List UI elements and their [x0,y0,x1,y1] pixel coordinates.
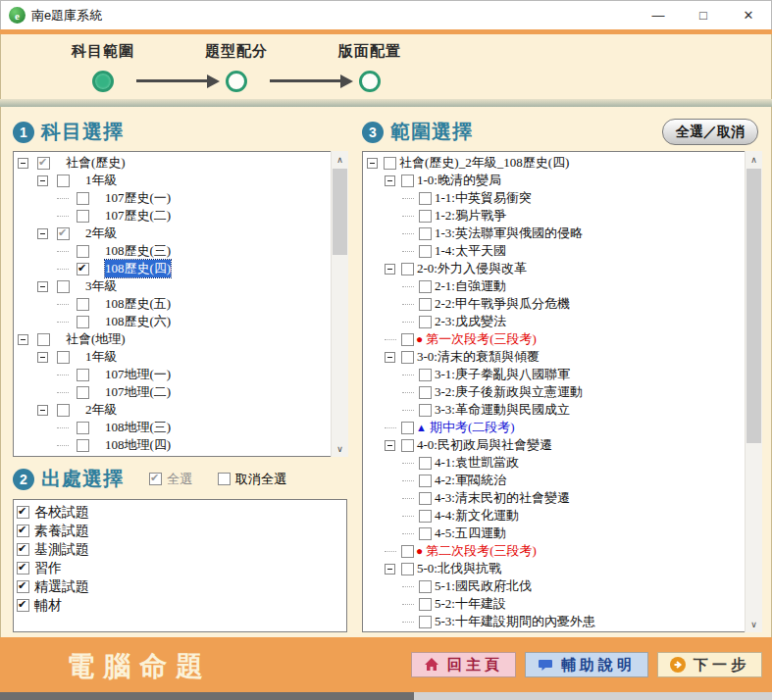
tree-checkbox[interactable] [419,369,432,381]
tree-row[interactable]: 4-3:清末民初的社會變遷 [363,489,744,507]
close-button[interactable]: ✕ [726,1,771,29]
tree-row[interactable]: 1-0:晚清的變局 [363,172,744,189]
tree-label[interactable]: 3-1:庚子拳亂與八國聯軍 [435,366,570,383]
subject-tree-scrollbar[interactable]: ∧ ∨ [331,151,348,457]
expander-minus-icon[interactable] [18,158,28,169]
tree-label[interactable]: 4-5:五四運動 [435,525,506,542]
tree-label[interactable]: 1-2:鴉片戰爭 [435,207,506,225]
scroll-up-icon[interactable]: ∧ [332,151,348,168]
tree-row[interactable]: 2年級 [14,401,330,419]
range-tree-scrollbar[interactable]: ∧ ∨ [745,151,762,632]
expander-minus-icon[interactable] [385,352,395,363]
tree-row[interactable]: 2-2:甲午戰爭與瓜分危機 [363,295,744,313]
tree-label[interactable]: 5-3:十年建設期間的內憂外患 [435,613,595,630]
source-checkbox[interactable] [17,525,29,537]
tree-label[interactable]: 4-3:清末民初的社會變遷 [435,489,570,507]
tree-checkbox[interactable] [419,598,432,611]
tree-row[interactable]: 2-3:戊戌變法 [363,313,744,330]
subject-tree[interactable]: 社會(歷史)1年級107歷史(一)107歷史(二)2年級108歷史(三)108歷… [13,151,347,457]
tree-row[interactable]: 107歷史(一) [14,189,330,207]
tree-row[interactable]: 5-2:十年建設 [363,595,744,613]
tree-label[interactable]: 3年級 [85,454,118,457]
tree-checkbox[interactable] [419,492,432,505]
tree-row[interactable]: 107地理(一) [14,366,330,383]
tree-label[interactable]: 2-2:甲午戰爭與瓜分危機 [435,295,570,313]
scroll-down-icon[interactable]: ∨ [332,440,348,457]
expander-minus-icon[interactable] [37,228,48,239]
tree-checkbox[interactable] [419,616,432,628]
tree-checkbox[interactable] [37,157,50,170]
tree-checkbox[interactable] [77,298,89,311]
select-all-toggle-button[interactable]: 全選／取消 [662,119,758,145]
expander-minus-icon[interactable] [37,281,48,292]
tree-checkbox[interactable] [401,263,414,275]
tree-label[interactable]: 社會(歷史)_2年級_108歷史(四) [399,154,569,172]
tree-label[interactable]: 5-1:國民政府北伐 [435,577,532,595]
deselect-all-box-icon[interactable] [218,473,231,485]
tree-row[interactable]: 108地理(三) [14,419,330,436]
select-all-box-icon[interactable] [149,473,162,485]
tree-checkbox[interactable] [419,510,432,523]
tree-label[interactable]: 107歷史(二) [105,207,171,225]
tree-checkbox[interactable] [419,457,432,470]
tree-row[interactable]: 5-0:北伐與抗戰 [363,560,744,577]
tree-label[interactable]: 3-2:庚子後新政與立憲運動 [435,383,583,401]
tree-row[interactable]: 3-3:革命運動與民國成立 [363,401,744,419]
expander-minus-icon[interactable] [37,175,48,186]
source-checkbox[interactable] [17,580,29,593]
next-button[interactable]: 下一步 [657,652,762,677]
tree-row[interactable]: 108歷史(四) [14,260,330,277]
tree-checkbox[interactable] [401,333,414,346]
tree-checkbox[interactable] [77,422,89,434]
tree-row[interactable]: 107歷史(二) [14,207,330,225]
scroll-down-icon[interactable]: ∨ [746,616,762,632]
tree-label[interactable]: 108地理(四) [105,436,171,454]
tree-row[interactable]: 4-0:民初政局與社會變遷 [363,436,744,454]
tree-label[interactable]: 2-1:自強運動 [435,277,506,295]
tree-checkbox[interactable] [401,545,414,558]
tree-label[interactable]: 2年級 [85,225,118,242]
help-button[interactable]: 輔助說明 [525,652,648,677]
tree-row[interactable]: 4-2:軍閥統治 [363,472,744,489]
tree-row[interactable]: 5-1:國民政府北伐 [363,577,744,595]
tree-label[interactable]: 2年級 [85,401,118,419]
source-item[interactable]: 素養試題 [14,522,346,540]
tree-checkbox[interactable] [401,563,414,575]
tree-checkbox[interactable] [419,316,432,328]
step-2[interactable]: 題型配分 [197,34,276,99]
tree-checkbox[interactable] [77,263,89,275]
tree-label[interactable]: 1年級 [85,348,118,366]
maximize-button[interactable]: □ [681,1,726,29]
tree-checkbox[interactable] [57,280,70,293]
tree-label[interactable]: 5-0:北伐與抗戰 [417,560,501,577]
tree-row[interactable]: 社會(地理) [14,330,330,348]
tree-row[interactable]: 4-5:五四運動 [363,525,744,542]
source-checkbox[interactable] [17,562,29,575]
source-checkbox[interactable] [17,543,29,556]
tree-label[interactable]: 3-3:革命運動與民國成立 [435,401,570,419]
tree-checkbox[interactable] [77,192,89,205]
source-item[interactable]: 基測試題 [14,540,346,559]
tree-checkbox[interactable] [77,386,89,399]
source-checkbox[interactable] [17,599,29,612]
tree-checkbox[interactable] [401,175,414,187]
deselect-all-checkbox[interactable]: 取消全選 [218,471,286,488]
tree-label[interactable]: 108歷史(三) [105,242,171,260]
tree-label[interactable]: 4-0:民初政局與社會變遷 [417,436,552,454]
tree-row[interactable]: 2年級 [14,225,330,242]
home-button[interactable]: 回主頁 [411,652,516,677]
select-all-label[interactable]: 全選 [167,471,192,488]
deselect-all-label[interactable]: 取消全選 [235,471,286,488]
step-3[interactable]: 版面配置 [331,34,409,99]
tree-row[interactable]: ●第二次段考(三段考) [363,542,744,560]
tree-checkbox[interactable] [419,298,432,311]
expander-minus-icon[interactable] [37,352,48,363]
tree-row[interactable]: 108歷史(三) [14,242,330,260]
tree-label[interactable]: 107地理(一) [105,366,171,383]
tree-label[interactable]: 108歷史(五) [105,295,171,313]
tree-label[interactable]: 1-4:太平天國 [435,242,506,260]
source-item[interactable]: 習作 [14,559,346,577]
expander-minus-icon[interactable] [385,175,395,186]
tree-row[interactable]: 108歷史(六) [14,313,330,330]
tree-checkbox[interactable] [77,316,89,328]
